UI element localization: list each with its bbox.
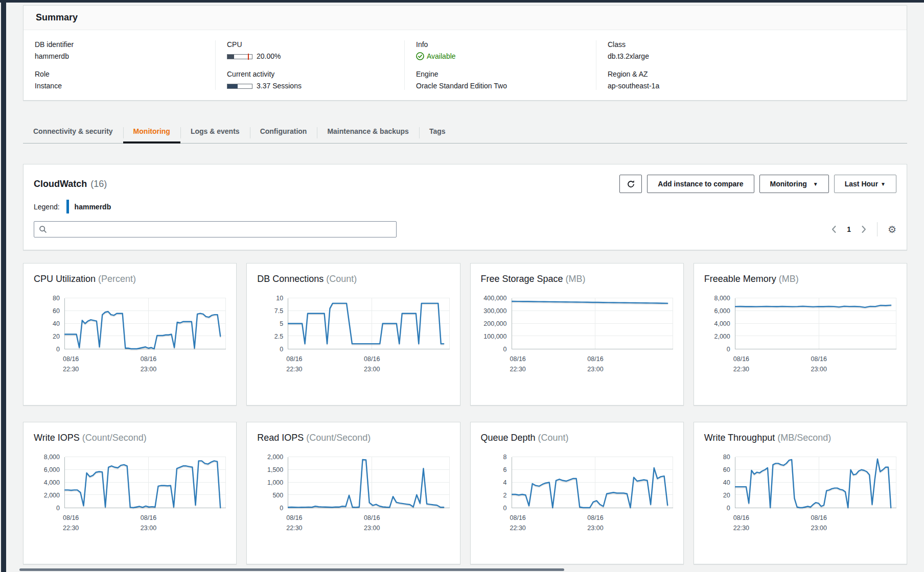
y-tick-label: 8,000 (714, 295, 730, 302)
chart-plot[interactable] (735, 457, 896, 508)
x-axis: 08/1622:3008/1623:00 (512, 354, 673, 379)
next-page-icon[interactable] (861, 225, 867, 233)
y-tick-label: 0 (503, 505, 507, 512)
summary-col-status: Info Available Engine Oracle Standard Ed… (404, 40, 596, 90)
y-tick-label: 40 (53, 320, 60, 327)
chart-card-cpu-utilization: CPU Utilization (Percent)02040608008/162… (23, 263, 237, 406)
y-tick-label: 500 (272, 492, 283, 499)
y-tick-label: 2,000 (714, 333, 730, 340)
y-tick-label: 4 (503, 479, 507, 486)
chart-body: 02040608008/1622:3008/1623:00 (34, 298, 226, 379)
chart-metric-name: Write Throughput (704, 433, 775, 443)
chart-card-write-iops: Write IOPS (Count/Second)02,0004,0006,00… (23, 422, 237, 564)
chart-plot[interactable] (64, 298, 226, 349)
plot-wrap: 08/1622:3008/1623:00 (735, 298, 896, 379)
chart-title: Queue Depth (Count) (481, 433, 673, 443)
engine-value: Oracle Standard Edition Two (416, 82, 587, 90)
y-tick-label: 20 (723, 492, 730, 499)
legend-label: Legend: (34, 203, 60, 211)
cpu-percent-value: 20.00% (257, 52, 281, 60)
y-axis: 02,0004,0006,0008,000 (34, 457, 64, 508)
y-tick-label: 6,000 (44, 466, 60, 473)
gear-icon[interactable]: ⚙ (888, 225, 896, 234)
x-tick-label: 08/1623:00 (587, 354, 603, 374)
y-tick-label: 2.5 (274, 333, 283, 340)
tab-monitoring[interactable]: Monitoring (123, 121, 180, 143)
y-tick-label: 0 (56, 505, 60, 512)
y-tick-label: 2 (503, 492, 507, 499)
y-tick-label: 6,000 (714, 307, 730, 315)
chart-body: 0246808/1622:3008/1623:00 (481, 457, 673, 538)
sessions-meter-fill (227, 84, 238, 88)
x-tick-label: 08/1623:00 (364, 354, 380, 374)
chart-title: DB Connections (Count) (257, 274, 449, 284)
time-range-dropdown-button[interactable]: Last Hour ▼ (834, 175, 896, 193)
y-tick-label: 0 (503, 346, 507, 353)
x-tick-label: 08/1622:30 (286, 354, 302, 374)
chart-unit: (Count/Second) (80, 433, 147, 443)
summary-col-activity: CPU 20.00% Current activity 3.37 Session… (215, 40, 404, 90)
chart-plot[interactable] (288, 298, 449, 349)
previous-page-icon[interactable] (831, 225, 837, 233)
plot-wrap: 08/1622:3008/1623:00 (735, 457, 896, 538)
x-axis: 08/1622:3008/1623:00 (735, 354, 896, 379)
chart-card-free-storage-space: Free Storage Space (MB)0100,000200,00030… (470, 263, 684, 406)
x-tick-label: 08/1622:30 (510, 354, 526, 374)
monitoring-dropdown-button[interactable]: Monitoring ▼ (759, 175, 829, 193)
chart-plot[interactable] (64, 457, 226, 508)
field-engine: Engine Oracle Standard Edition Two (416, 70, 587, 90)
class-value: db.t3.2xlarge (608, 52, 897, 60)
y-tick-label: 0 (727, 346, 730, 353)
x-tick-label: 08/1623:00 (141, 513, 156, 533)
current-page-number[interactable]: 1 (845, 225, 853, 233)
y-tick-label: 60 (723, 466, 730, 473)
y-tick-label: 200,000 (483, 320, 506, 327)
chart-plot[interactable] (512, 457, 673, 508)
field-region: Region & AZ ap-southeast-1a (608, 70, 897, 90)
horizontal-scrollbar-thumb[interactable] (19, 568, 564, 571)
chart-title: Free Storage Space (MB) (481, 274, 673, 284)
chart-body: 02,0004,0006,0008,00008/1622:3008/1623:0… (704, 298, 896, 379)
x-tick-label: 08/1623:00 (364, 513, 380, 533)
y-tick-label: 80 (53, 295, 60, 302)
chart-title: Write IOPS (Count/Second) (34, 433, 226, 443)
summary-header: Summary (24, 6, 907, 30)
tab-maintenance-backups[interactable]: Maintenance & backups (317, 121, 419, 143)
tab-logs-events[interactable]: Logs & events (180, 121, 250, 143)
x-axis: 08/1622:3008/1623:00 (64, 354, 226, 379)
add-instance-to-compare-button[interactable]: Add instance to compare (647, 175, 754, 193)
y-tick-label: 7.5 (274, 307, 283, 315)
plot-wrap: 08/1622:3008/1623:00 (288, 457, 449, 538)
metric-search-input[interactable] (51, 225, 391, 233)
role-label: Role (35, 70, 206, 78)
cpu-label: CPU (227, 40, 395, 49)
y-axis: 020406080 (34, 298, 64, 349)
y-tick-label: 5 (280, 320, 283, 327)
chart-title: Freeable Memory (MB) (704, 274, 896, 284)
chart-body: 0100,000200,000300,000400,00008/1622:300… (481, 298, 673, 379)
y-tick-label: 2,000 (44, 492, 60, 499)
chart-metric-name: Queue Depth (481, 433, 536, 443)
summary-col-class: Class db.t3.2xlarge Region & AZ ap-south… (596, 40, 907, 90)
metric-search-box[interactable] (34, 221, 397, 237)
y-axis: 02.557.510 (257, 298, 288, 349)
chart-plot[interactable] (735, 298, 896, 349)
tab-configuration[interactable]: Configuration (250, 121, 317, 143)
x-tick-label: 08/1622:30 (286, 513, 302, 533)
chart-plot[interactable] (288, 457, 449, 508)
y-axis: 05001,0001,5002,000 (257, 457, 288, 508)
chart-plot[interactable] (512, 298, 673, 349)
field-class: Class db.t3.2xlarge (608, 40, 897, 60)
field-current-activity: Current activity 3.37 Sessions (227, 70, 395, 90)
sessions-link[interactable]: 3.37 Sessions (257, 82, 302, 90)
y-axis: 02,0004,0006,0008,000 (704, 298, 735, 349)
y-tick-label: 100,000 (483, 333, 506, 340)
x-tick-label: 08/1623:00 (811, 513, 827, 533)
tab-tags[interactable]: Tags (419, 121, 456, 143)
chart-body: 05001,0001,5002,00008/1622:3008/1623:00 (257, 457, 449, 538)
refresh-button[interactable] (619, 175, 642, 193)
cloudwatch-panel: CloudWatch (16) Add instance to compare … (23, 164, 907, 250)
tab-connectivity-security[interactable]: Connectivity & security (23, 121, 123, 143)
current-activity-label: Current activity (227, 70, 395, 78)
role-value: Instance (35, 82, 206, 90)
